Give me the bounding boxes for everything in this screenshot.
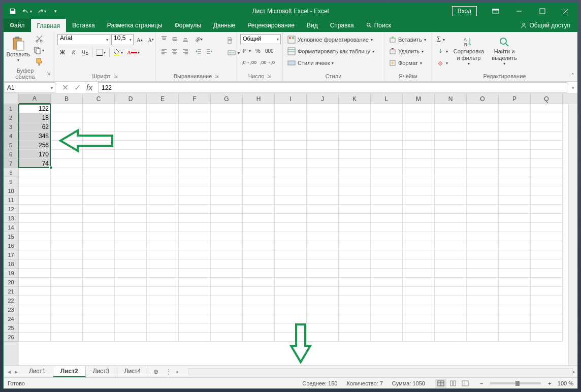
cell-C16[interactable] [83,241,115,250]
cell-F8[interactable] [179,168,211,177]
name-box[interactable]: A1▾ [5,82,55,93]
cell-B1[interactable] [51,104,83,113]
cell-E4[interactable] [147,132,179,141]
cell-A21[interactable] [19,287,51,296]
cell-N10[interactable] [435,186,467,195]
cell-O10[interactable] [467,186,499,195]
cell-E24[interactable] [147,314,179,323]
cell-B24[interactable] [51,314,83,323]
cell-G20[interactable] [211,278,243,287]
align-middle-button[interactable] [170,34,180,44]
cell-H5[interactable] [243,141,275,150]
cell-C18[interactable] [83,259,115,269]
cell-G17[interactable] [211,250,243,259]
cell-E23[interactable] [147,305,179,314]
cell-G9[interactable] [211,177,243,186]
cell-I5[interactable] [275,141,307,150]
cell-K10[interactable] [339,186,371,195]
cell-G5[interactable] [211,141,243,150]
cell-L10[interactable] [371,186,403,195]
cell-L9[interactable] [371,177,403,186]
cell-J9[interactable] [307,177,339,186]
cell-A25[interactable] [19,323,51,333]
cell-H8[interactable] [243,168,275,177]
cell-Q22[interactable] [531,296,563,305]
cell-B21[interactable] [51,287,83,296]
tab-formulas[interactable]: Формулы [169,19,207,32]
cell-N12[interactable] [435,205,467,214]
cell-I1[interactable] [275,104,307,113]
cell-I13[interactable] [275,214,307,223]
cell-H19[interactable] [243,269,275,278]
cell-M24[interactable] [403,314,435,323]
cell-M10[interactable] [403,186,435,195]
cell-D11[interactable] [115,195,147,205]
cell-E12[interactable] [147,205,179,214]
cell-Q19[interactable] [531,269,563,278]
cell-N19[interactable] [435,269,467,278]
row-header-15[interactable]: 15 [4,232,19,241]
cell-Q16[interactable] [531,241,563,250]
sheet-tab-Лист2[interactable]: Лист2 [53,366,86,377]
column-header-B[interactable]: B [51,94,83,104]
cell-A13[interactable] [19,214,51,223]
merge-button[interactable]: ▾ [226,47,241,58]
clear-button[interactable]: ▾ [435,57,449,69]
cell-F6[interactable] [179,150,211,159]
cell-L22[interactable] [371,296,403,305]
cell-H11[interactable] [243,195,275,205]
cell-C7[interactable] [83,159,115,168]
cell-D13[interactable] [115,214,147,223]
cell-L11[interactable] [371,195,403,205]
cell-N16[interactable] [435,241,467,250]
cell-L17[interactable] [371,250,403,259]
cell-O21[interactable] [467,287,499,296]
page-break-view-button[interactable] [460,379,471,388]
cell-styles-button[interactable]: Стили ячеек▾ [286,57,335,69]
cell-G13[interactable] [211,214,243,223]
cell-I9[interactable] [275,177,307,186]
cell-D4[interactable] [115,132,147,141]
cell-P11[interactable] [499,195,531,205]
cell-H20[interactable] [243,278,275,287]
cell-Q26[interactable] [531,333,563,342]
cell-C20[interactable] [83,278,115,287]
cell-K16[interactable] [339,241,371,250]
prev-sheet-button[interactable]: ◂ [8,368,11,375]
cell-P4[interactable] [499,132,531,141]
autosum-button[interactable]: Σ▾ [435,34,449,45]
cell-C23[interactable] [83,305,115,314]
row-header-13[interactable]: 13 [4,214,19,223]
align-bottom-button[interactable] [180,34,190,44]
format-as-table-button[interactable]: Форматировать как таблицу▾ [286,46,376,57]
cell-O3[interactable] [467,122,499,132]
row-header-2[interactable]: 2 [4,113,19,122]
cell-N8[interactable] [435,168,467,177]
cell-I14[interactable] [275,223,307,232]
cell-M6[interactable] [403,150,435,159]
cell-C9[interactable] [83,177,115,186]
cell-Q17[interactable] [531,250,563,259]
cell-J1[interactable] [307,104,339,113]
cell-J11[interactable] [307,195,339,205]
currency-button[interactable]: ₽▾ [240,46,252,56]
cell-F18[interactable] [179,259,211,269]
cell-L13[interactable] [371,214,403,223]
column-header-O[interactable]: O [467,94,499,104]
cell-B16[interactable] [51,241,83,250]
cell-N25[interactable] [435,323,467,333]
cell-M12[interactable] [403,205,435,214]
cell-A12[interactable] [19,205,51,214]
cell-N6[interactable] [435,150,467,159]
cell-Q23[interactable] [531,305,563,314]
cell-Q9[interactable] [531,177,563,186]
cell-F15[interactable] [179,232,211,241]
cell-N14[interactable] [435,223,467,232]
row-header-18[interactable]: 18 [4,259,19,269]
cell-L20[interactable] [371,278,403,287]
cell-D10[interactable] [115,186,147,195]
cell-B19[interactable] [51,269,83,278]
row-header-12[interactable]: 12 [4,205,19,214]
cell-P5[interactable] [499,141,531,150]
cell-P25[interactable] [499,323,531,333]
